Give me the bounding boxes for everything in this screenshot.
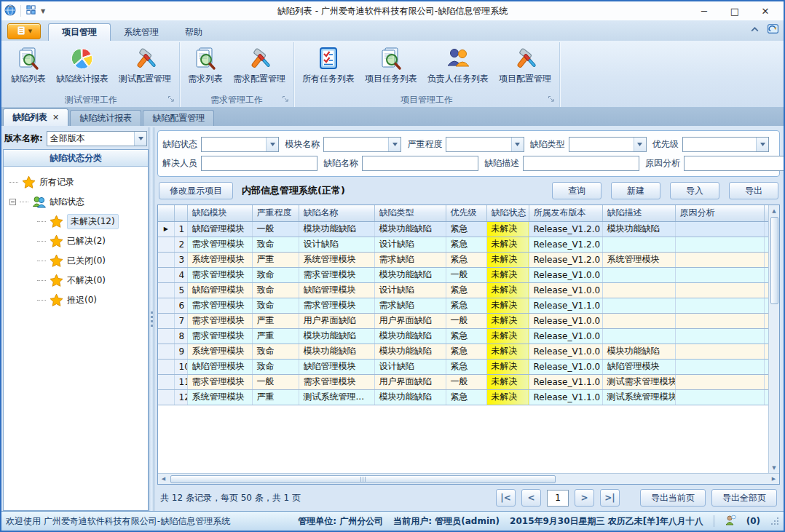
table-cell[interactable]: 严重 bbox=[252, 389, 299, 405]
table-cell[interactable]: 致命 bbox=[252, 282, 299, 298]
table-cell[interactable]: 设计缺陷 bbox=[299, 237, 374, 252]
filter-select[interactable] bbox=[446, 137, 524, 152]
filter-select[interactable] bbox=[201, 137, 279, 152]
table-cell[interactable]: Release_V1.1.0 bbox=[529, 374, 602, 389]
table-cell[interactable]: 紧急 bbox=[446, 328, 486, 344]
table-cell[interactable]: 模块功能缺陷 bbox=[602, 344, 675, 359]
table-cell[interactable]: 用户界面缺陷 bbox=[374, 313, 446, 328]
vertical-scrollbar[interactable]: ▲ ▼ bbox=[768, 205, 779, 473]
table-cell[interactable]: Release_V1.0.0 bbox=[529, 267, 602, 282]
table-cell[interactable] bbox=[675, 313, 764, 328]
table-row[interactable]: 8需求管理模块严重模块功能缺陷模块功能缺陷紧急未解决Release_V1.0.0 bbox=[158, 328, 768, 344]
column-header[interactable]: 缺陷模块 bbox=[187, 205, 252, 221]
scroll-right-icon[interactable]: ▶ bbox=[768, 474, 779, 485]
table-cell[interactable]: 缺陷管理模块 bbox=[187, 359, 252, 374]
toolbar-button[interactable]: 导出 bbox=[729, 182, 778, 199]
table-cell[interactable] bbox=[675, 374, 764, 389]
chevron-down-icon[interactable] bbox=[634, 138, 646, 151]
export-current-page-button[interactable]: 导出当前页 bbox=[640, 489, 706, 507]
panel-splitter[interactable] bbox=[149, 127, 154, 511]
status-cell[interactable]: 未解决 bbox=[486, 313, 529, 328]
table-cell[interactable]: 紧急 bbox=[446, 237, 486, 252]
next-page-button[interactable]: > bbox=[575, 489, 594, 507]
table-cell[interactable]: 紧急 bbox=[446, 252, 486, 267]
table-cell[interactable]: 模块功能缺陷 bbox=[299, 344, 374, 359]
table-cell[interactable] bbox=[675, 328, 764, 344]
table-cell[interactable]: 需求管理模块 bbox=[187, 374, 252, 389]
table-cell[interactable] bbox=[675, 221, 764, 237]
table-cell[interactable]: 用户界面缺陷 bbox=[299, 313, 374, 328]
app-menu-button[interactable]: ▼ bbox=[7, 23, 41, 39]
table-cell[interactable]: 缺陷管理模块 bbox=[187, 282, 252, 298]
table-cell[interactable]: Release_V1.0.0 bbox=[529, 328, 602, 344]
table-row[interactable]: 6需求管理模块致命需求管理模块需求缺陷紧急未解决Release_V1.1.0 bbox=[158, 298, 768, 313]
ribbon-button[interactable]: 缺陷统计报表 bbox=[51, 44, 114, 86]
table-cell[interactable] bbox=[675, 359, 764, 374]
table-cell[interactable]: 模块功能缺陷 bbox=[374, 267, 446, 282]
tree-item[interactable]: 所有记录 bbox=[9, 172, 145, 192]
table-cell[interactable]: 需求管理模块 bbox=[299, 298, 374, 313]
vertical-scroll-thumb[interactable] bbox=[770, 217, 778, 304]
table-cell[interactable]: 测试需求管理模块 bbox=[602, 374, 675, 389]
table-cell[interactable]: 紧急 bbox=[446, 389, 486, 405]
scroll-up-icon[interactable]: ▲ bbox=[769, 205, 780, 216]
version-select[interactable]: 全部版本 bbox=[47, 131, 147, 146]
table-cell[interactable]: Release_V1.2.0 bbox=[529, 221, 602, 237]
status-cell[interactable]: 未解决 bbox=[486, 267, 529, 282]
table-cell[interactable]: 一般 bbox=[446, 313, 486, 328]
dialog-launcher-icon[interactable] bbox=[282, 95, 289, 105]
page-number-input[interactable] bbox=[547, 490, 569, 507]
column-header[interactable]: 优先级 bbox=[446, 205, 486, 221]
table-cell[interactable]: 设计缺陷 bbox=[374, 237, 446, 252]
table-cell[interactable]: Release_V1.0.0 bbox=[529, 282, 602, 298]
table-cell[interactable]: 紧急 bbox=[446, 298, 486, 313]
quick-access-dropdown-icon[interactable]: ▼ bbox=[41, 8, 45, 15]
filter-input[interactable] bbox=[201, 156, 317, 171]
toolbar-button[interactable]: 导入 bbox=[670, 182, 719, 199]
table-row[interactable]: 2需求管理模块致命设计缺陷设计缺陷紧急未解决Release_V1.2.0 bbox=[158, 237, 768, 252]
resize-grip[interactable] bbox=[770, 517, 779, 525]
help-window-icon[interactable] bbox=[767, 23, 779, 37]
status-cell[interactable]: 未解决 bbox=[486, 282, 529, 298]
last-page-button[interactable]: >| bbox=[600, 489, 620, 507]
table-cell[interactable]: 需求缺陷 bbox=[374, 298, 446, 313]
table-cell[interactable]: 模块功能缺陷 bbox=[374, 328, 446, 344]
table-cell[interactable]: 致命 bbox=[252, 344, 299, 359]
table-cell[interactable] bbox=[602, 298, 675, 313]
table-cell[interactable] bbox=[675, 389, 764, 405]
table-cell[interactable]: 一般 bbox=[252, 374, 299, 389]
chevron-down-icon[interactable] bbox=[756, 138, 768, 151]
table-cell[interactable] bbox=[602, 328, 675, 344]
messenger-person-icon[interactable] bbox=[725, 515, 736, 528]
status-cell[interactable]: 未解决 bbox=[486, 298, 529, 313]
table-row[interactable]: 3系统管理模块严重系统管理模块需求缺陷紧急未解决Release_V1.2.0系统… bbox=[158, 252, 768, 267]
table-cell[interactable]: 缺陷管理模块 bbox=[187, 221, 252, 237]
filter-select[interactable] bbox=[682, 137, 769, 152]
table-cell[interactable]: 需求管理模块 bbox=[299, 374, 374, 389]
table-cell[interactable]: Release_V1.1.0 bbox=[529, 298, 602, 313]
status-cell[interactable]: 未解决 bbox=[486, 252, 529, 267]
table-cell[interactable] bbox=[675, 298, 764, 313]
export-all-pages-button[interactable]: 导出全部页 bbox=[711, 489, 777, 507]
table-cell[interactable]: 一般 bbox=[446, 267, 486, 282]
tree-item[interactable]: 缺陷状态 bbox=[9, 192, 145, 212]
table-cell[interactable]: Release_V1.2.0 bbox=[529, 252, 602, 267]
filter-input[interactable] bbox=[362, 156, 478, 171]
table-cell[interactable] bbox=[675, 282, 764, 298]
table-cell[interactable] bbox=[602, 267, 675, 282]
table-cell[interactable]: 测试系统管理... bbox=[299, 389, 374, 405]
ribbon-tab[interactable]: 项目管理 bbox=[48, 23, 111, 41]
status-cell[interactable]: 未解决 bbox=[486, 221, 529, 237]
table-cell[interactable] bbox=[675, 344, 764, 359]
status-cell[interactable]: 未解决 bbox=[486, 359, 529, 374]
table-cell[interactable]: 一般 bbox=[446, 374, 486, 389]
scroll-left-icon[interactable]: ◀ bbox=[158, 474, 169, 485]
minimize-button[interactable]: ─ bbox=[689, 2, 719, 20]
filter-input[interactable] bbox=[684, 156, 785, 171]
ribbon-button[interactable]: 缺陷列表 bbox=[6, 44, 51, 86]
table-cell[interactable]: 设计缺陷 bbox=[374, 359, 446, 374]
chevron-down-icon[interactable] bbox=[134, 132, 146, 146]
table-cell[interactable]: Release_V1.0.0 bbox=[529, 359, 602, 374]
column-header[interactable]: 缺陷类型 bbox=[374, 205, 446, 221]
table-cell[interactable]: 致命 bbox=[252, 298, 299, 313]
